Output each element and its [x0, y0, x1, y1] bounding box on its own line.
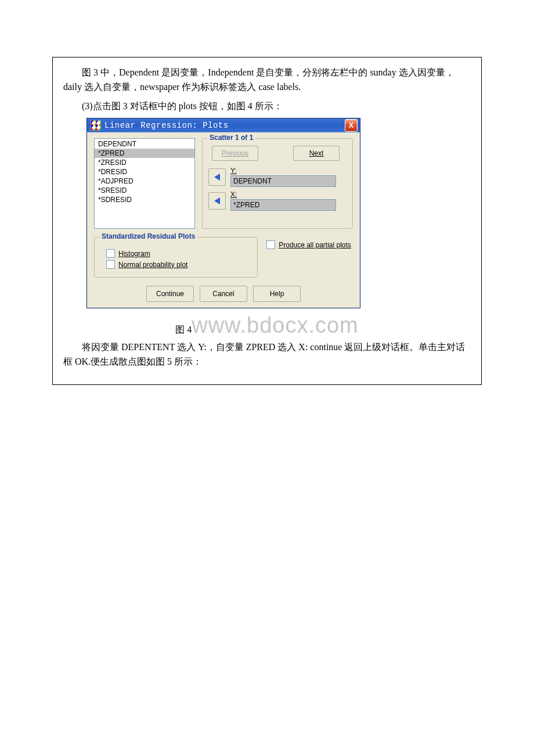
x-transfer-row: X: *ZPRED [208, 190, 347, 211]
content-box: 图 3 中，Dependent 是因变量，Independent 是自变量，分别… [52, 57, 482, 385]
partial-plots-checkbox-row[interactable]: Produce all partial plots [266, 240, 351, 249]
residual-plots-group: Standardized Residual Plots Histogram No… [94, 237, 258, 278]
y-transfer-button[interactable] [208, 168, 226, 186]
histogram-label: Histogram [118, 250, 150, 258]
list-item[interactable]: *ZRESID [95, 158, 194, 167]
dialog-title: Linear Regression: Plots [104, 121, 341, 130]
list-item[interactable]: *DRESID [95, 167, 194, 177]
list-item[interactable]: DEPENDNT [95, 139, 194, 149]
dialog-screenshot: Linear Regression: Plots X DEPENDNT *ZPR… [86, 118, 471, 308]
titlebar: Linear Regression: Plots X [87, 118, 360, 132]
list-item[interactable]: *SDRESID [95, 195, 194, 204]
normal-probability-checkbox-row[interactable]: Normal probability plot [106, 260, 251, 269]
page: 图 3 中，Dependent 是因变量，Independent 是自变量，分别… [0, 0, 534, 756]
lower-row: Standardized Residual Plots Histogram No… [94, 237, 353, 278]
x-transfer-button[interactable] [208, 192, 226, 210]
close-button[interactable]: X [345, 119, 358, 132]
variable-listbox[interactable]: DEPENDNT *ZPRED *ZRESID *DRESID *ADJPRED… [94, 138, 195, 229]
nav-row: Previous Next [212, 146, 347, 161]
x-label: X: [230, 190, 336, 199]
next-button[interactable]: Next [293, 146, 340, 161]
figure-4-label: 图 4 [175, 324, 192, 336]
arrow-left-icon [214, 197, 220, 204]
partial-plots-label: Produce all partial plots [279, 241, 351, 249]
npp-label: Normal probability plot [118, 261, 187, 269]
help-button[interactable]: Help [253, 286, 301, 302]
x-field[interactable]: *ZPRED [230, 199, 336, 211]
arrow-left-icon [214, 174, 220, 181]
dialog-button-row: Continue Cancel Help [94, 286, 353, 302]
next-label: Next [309, 149, 324, 157]
y-label: Y: [230, 167, 336, 175]
dialog-body: DEPENDNT *ZPRED *ZRESID *DRESID *ADJPRED… [87, 132, 360, 308]
previous-button: Previous [212, 146, 258, 161]
checkbox-icon [266, 240, 275, 249]
checkbox-icon [106, 260, 115, 269]
close-icon: X [349, 121, 353, 129]
histogram-checkbox-row[interactable]: Histogram [106, 249, 251, 258]
list-item[interactable]: *SRESID [95, 186, 194, 195]
app-icon [91, 120, 101, 131]
paragraph-1: 图 3 中，Dependent 是因变量，Independent 是自变量，分别… [63, 66, 471, 95]
figure-caption-row: 图 4 www.bdocx.com [63, 313, 471, 338]
cancel-button[interactable]: Cancel [200, 286, 247, 302]
x-field-stack: X: *ZPRED [230, 190, 336, 211]
scatter-group-title: Scatter 1 of 1 [207, 134, 255, 142]
upper-row: DEPENDNT *ZPRED *ZRESID *DRESID *ADJPRED… [94, 138, 353, 229]
watermark-text: www.bdocx.com [192, 313, 359, 338]
paragraph-2: (3)点击图 3 对话框中的 plots 按钮，如图 4 所示： [63, 99, 471, 114]
y-transfer-row: Y: DEPENDNT [208, 167, 347, 187]
checkbox-icon [106, 249, 115, 258]
scatter-group: Scatter 1 of 1 Previous Next [202, 138, 353, 229]
list-item[interactable]: *ADJPRED [95, 177, 194, 186]
list-item[interactable]: *ZPRED [95, 149, 194, 158]
partial-plots-col: Produce all partial plots [265, 237, 353, 278]
paragraph-3: 将因变量 DEPENTENT 选入 Y:，自变量 ZPRED 选入 X: con… [63, 340, 471, 369]
y-field-stack: Y: DEPENDNT [230, 167, 336, 187]
dialog-plots: Linear Regression: Plots X DEPENDNT *ZPR… [86, 118, 360, 308]
continue-button[interactable]: Continue [146, 286, 194, 302]
residual-group-title: Standardized Residual Plots [99, 232, 197, 240]
y-field[interactable]: DEPENDNT [230, 175, 336, 187]
previous-label: Previous [222, 149, 249, 157]
